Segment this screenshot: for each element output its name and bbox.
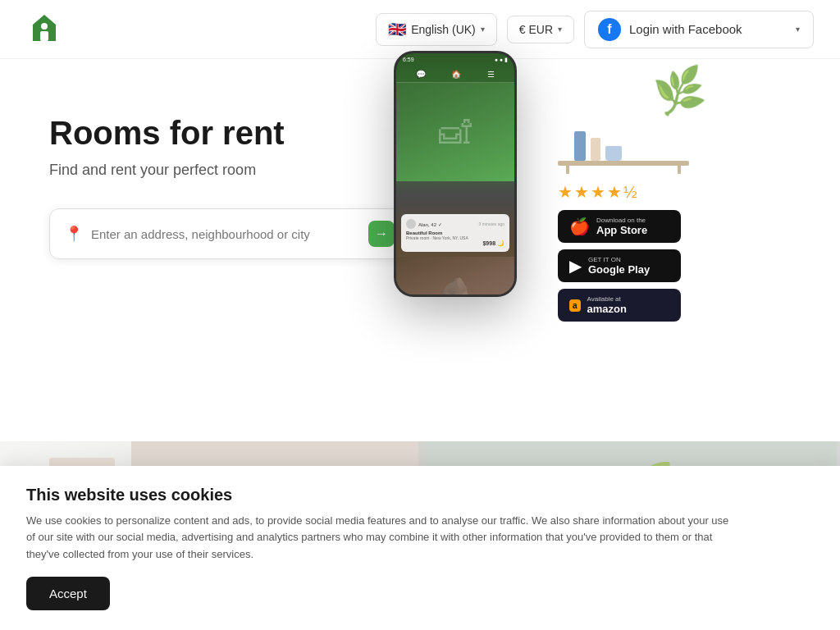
chevron-down-icon: ▾ — [796, 25, 800, 34]
language-selector[interactable]: 🇬🇧 English (UK) ▾ — [376, 13, 497, 46]
hero-title: Rooms for rent — [49, 115, 427, 152]
app-store-top-text: Download on the — [596, 217, 647, 224]
location-icon: 📍 — [65, 225, 83, 243]
rating-stars: ★★★★½ — [558, 182, 689, 202]
amazon-bottom-text: amazon — [587, 303, 627, 315]
chevron-down-icon: ▾ — [481, 25, 485, 34]
amazon-badge[interactable]: a Available at amazon — [558, 289, 681, 322]
currency-selector[interactable]: € EUR ▾ — [507, 16, 574, 43]
accept-cookies-button[interactable]: Accept — [26, 577, 110, 610]
flag-icon: 🇬🇧 — [388, 21, 406, 39]
google-play-icon: ▶ — [569, 256, 582, 276]
cookie-title: This website uses cookies — [26, 486, 814, 504]
login-label: Login with Facebook — [629, 22, 742, 36]
app-store-badge[interactable]: 🍎 Download on the App Store — [558, 210, 681, 243]
login-with-facebook-button[interactable]: f Login with Facebook ▾ — [584, 11, 814, 48]
facebook-icon: f — [598, 18, 621, 41]
hero-subtitle: Find and rent your perfect room — [49, 162, 427, 179]
search-submit-button[interactable]: → — [368, 221, 395, 247]
svg-point-2 — [41, 23, 48, 30]
search-input[interactable] — [91, 227, 360, 241]
app-store-bottom-text: App Store — [596, 224, 647, 236]
phone-mockup: 6:59 ● ● ▮ 💬 🏠 ☰ 🛋 Alan, 42 ✓ 3 minutes … — [394, 51, 517, 297]
hero-text-block: Rooms for rent Find and rent your perfec… — [49, 98, 427, 259]
cookie-banner: This website uses cookies We use cookies… — [0, 466, 840, 630]
language-label: English (UK) — [411, 23, 476, 36]
cookie-body: We use cookies to personalize content an… — [26, 513, 732, 564]
store-badges-area: 🌿 ★★★★½ 🍎 Download on the App Store ▶ GE… — [558, 92, 689, 328]
svg-rect-1 — [40, 31, 48, 41]
amazon-icon: a — [569, 299, 581, 312]
apple-icon: 🍎 — [569, 217, 590, 236]
search-box[interactable]: 📍 → — [49, 208, 410, 259]
currency-label: € EUR — [519, 23, 553, 36]
logo[interactable] — [26, 10, 62, 49]
google-play-top-text: GET IT ON — [588, 256, 650, 263]
shelf-decoration: 🌿 — [558, 92, 689, 174]
google-play-badge[interactable]: ▶ GET IT ON Google Play — [558, 249, 681, 282]
hero-section: Rooms for rent Find and rent your perfec… — [0, 59, 840, 404]
chevron-down-icon: ▾ — [558, 25, 562, 34]
google-play-bottom-text: Google Play — [588, 263, 650, 276]
amazon-top-text: Available at — [587, 295, 627, 303]
